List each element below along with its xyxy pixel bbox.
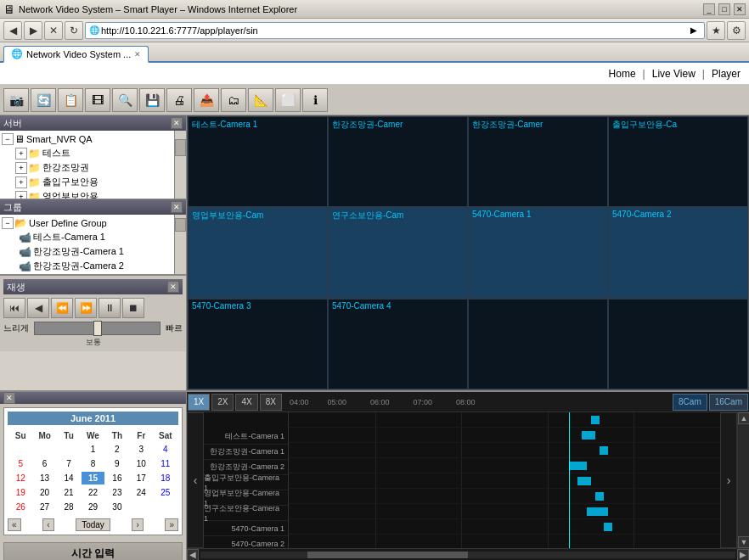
tree-expand-2[interactable]: + xyxy=(15,162,27,174)
tree-root-server[interactable]: − 🖥 Smart_NVR QA xyxy=(2,132,172,146)
cal-day-1-6[interactable]: 11 xyxy=(155,457,177,470)
stop-button[interactable]: ⏹ xyxy=(122,298,144,318)
server-panel-close[interactable]: ✕ xyxy=(171,117,183,129)
tree-item-teoseuteu[interactable]: + 📁 테스트 xyxy=(2,146,172,160)
browser-tab-active[interactable]: 🌐 Network Video System ... ✕ xyxy=(3,46,149,63)
tl-row-1[interactable] xyxy=(289,428,720,443)
cal-day-0-5[interactable]: 3 xyxy=(130,443,152,456)
timeline-right-arrow[interactable]: › xyxy=(720,412,737,548)
group-item-cam1[interactable]: 📹 테스트-Camera 1 xyxy=(2,230,172,244)
group-scrollbar[interactable] xyxy=(174,215,186,274)
calendar-close-btn[interactable]: ✕ xyxy=(3,392,15,404)
cal-day-1-0[interactable]: 5 xyxy=(9,457,31,470)
cal-day-1-4[interactable]: 9 xyxy=(106,457,128,470)
cal-day-4-3[interactable]: 29 xyxy=(82,501,104,513)
close-btn[interactable]: ✕ xyxy=(734,3,746,15)
cal-day-3-6[interactable]: 25 xyxy=(155,486,177,499)
step-back-button[interactable]: ⏪ xyxy=(51,298,73,318)
time-input-button[interactable]: 시간 입력 xyxy=(3,542,183,560)
cal-day-2-3[interactable]: 15 xyxy=(82,472,104,484)
cal-today-btn[interactable]: Today xyxy=(76,518,110,531)
back-button[interactable]: ◀ xyxy=(3,21,22,40)
tools-button[interactable]: ⚙ xyxy=(727,21,746,40)
toolbar-btn-9[interactable]: 🗂 xyxy=(221,88,246,112)
timeline-left-arrow[interactable]: ‹ xyxy=(187,412,204,548)
video-cell-11[interactable] xyxy=(608,299,748,389)
toolbar-btn-6[interactable]: 💾 xyxy=(139,88,165,112)
tl-row-6[interactable] xyxy=(289,504,720,519)
liveview-link[interactable]: Live View xyxy=(652,68,696,80)
cal-day-4-1[interactable]: 27 xyxy=(33,501,55,513)
video-cell-8[interactable]: 5470-Camera 3 xyxy=(188,299,328,389)
cal-day-1-1[interactable]: 6 xyxy=(33,457,55,470)
cal-day-3-1[interactable]: 20 xyxy=(33,486,55,499)
cal-day-1-5[interactable]: 10 xyxy=(130,457,152,470)
cal-day-3-2[interactable]: 21 xyxy=(58,486,80,499)
player-link[interactable]: Player xyxy=(712,68,741,80)
toolbar-btn-7[interactable]: 🖨 xyxy=(166,88,192,112)
cal-day-3-0[interactable]: 19 xyxy=(9,486,31,499)
tl-row-5[interactable] xyxy=(289,489,720,504)
vscroll-track[interactable] xyxy=(738,424,749,536)
zoom-8x-btn[interactable]: 8X xyxy=(260,394,282,411)
step-fwd-button[interactable]: ⏩ xyxy=(75,298,97,318)
forward-button[interactable]: ▶ xyxy=(24,21,42,40)
toolbar-btn-12[interactable]: ℹ xyxy=(302,88,328,112)
toolbar-btn-10[interactable]: 📐 xyxy=(248,88,273,112)
cal-day-1-2[interactable]: 7 xyxy=(58,457,80,470)
cal-day-2-0[interactable]: 12 xyxy=(9,472,31,484)
vscroll-down-btn[interactable]: ▼ xyxy=(738,536,749,548)
tree-item-yeongup[interactable]: + 📁 영업부보안용 xyxy=(2,189,172,199)
hscroll-right-btn[interactable]: ▶ xyxy=(737,549,749,561)
playback-close[interactable]: ✕ xyxy=(167,281,179,293)
cal-day-3-3[interactable]: 22 xyxy=(82,486,104,499)
hscroll-left-btn[interactable]: ◀ xyxy=(187,549,199,561)
toolbar-btn-8[interactable]: 📤 xyxy=(194,88,219,112)
video-cell-4[interactable]: 영업부보안용-Cam xyxy=(188,207,328,298)
cal-day-2-5[interactable]: 17 xyxy=(130,472,152,484)
server-scrollbar[interactable] xyxy=(174,131,186,199)
minimize-btn[interactable]: _ xyxy=(703,3,715,15)
tree-expand-1[interactable]: + xyxy=(15,148,27,160)
video-cell-10[interactable] xyxy=(468,299,608,389)
cal-day-0-6[interactable]: 4 xyxy=(155,443,177,456)
favorites-button[interactable]: ★ xyxy=(707,21,725,40)
cal-day-2-6[interactable]: 18 xyxy=(155,472,177,484)
cal-next-btn[interactable]: › xyxy=(132,518,143,531)
toolbar-btn-1[interactable]: 📷 xyxy=(3,88,29,112)
video-cell-5[interactable]: 연구소보안용-Cam xyxy=(328,207,468,298)
toolbar-btn-11[interactable]: ⬜ xyxy=(275,88,301,112)
home-link[interactable]: Home xyxy=(609,68,636,80)
video-cell-6[interactable]: 5470-Camera 1 xyxy=(468,207,608,298)
tree-expand-root[interactable]: − xyxy=(2,133,14,145)
toolbar-btn-2[interactable]: 🔄 xyxy=(31,88,56,112)
cal-day-2-1[interactable]: 13 xyxy=(33,472,55,484)
group-scroll-thumb[interactable] xyxy=(175,218,186,232)
cal-day-4-4[interactable]: 30 xyxy=(106,501,128,513)
tl-row-3[interactable] xyxy=(289,458,720,473)
cal-day-0-3[interactable]: 1 xyxy=(82,443,104,456)
tree-expand-group[interactable]: − xyxy=(2,217,14,229)
prev-button[interactable]: ⏮ xyxy=(3,298,25,318)
group-item-cam3[interactable]: 📹 한강조망권-Camera 2 xyxy=(2,259,172,273)
cal-day-2-2[interactable]: 14 xyxy=(58,472,80,484)
pause-button[interactable]: ⏸ xyxy=(99,298,121,318)
address-bar[interactable]: 🌐 http://10.10.221.6:7777/app/player/sin… xyxy=(85,22,705,39)
tree-expand-4[interactable]: + xyxy=(15,191,27,199)
group-item-cam2[interactable]: 📹 한강조망권-Camera 1 xyxy=(2,244,172,259)
cal-last-btn[interactable]: » xyxy=(165,518,178,531)
speed-slider-thumb[interactable] xyxy=(93,321,102,336)
cal-first-btn[interactable]: « xyxy=(8,518,21,531)
toolbar-btn-4[interactable]: 🎞 xyxy=(85,88,110,112)
play-back-button[interactable]: ◀ xyxy=(27,298,49,318)
video-cell-9[interactable]: 5470-Camera 4 xyxy=(328,299,468,389)
cal-day-0-4[interactable]: 2 xyxy=(106,443,128,456)
cal-day-4-2[interactable]: 28 xyxy=(58,501,80,513)
tree-expand-3[interactable]: + xyxy=(15,176,27,188)
timeline-hscrollbar[interactable]: ◀ ▶ xyxy=(187,548,749,560)
cal-day-4-0[interactable]: 26 xyxy=(9,501,31,513)
tl-row-0[interactable] xyxy=(289,412,720,428)
cal-day-3-5[interactable]: 24 xyxy=(130,486,152,499)
restore-btn[interactable]: □ xyxy=(718,3,730,15)
speed-slider[interactable] xyxy=(34,322,160,335)
